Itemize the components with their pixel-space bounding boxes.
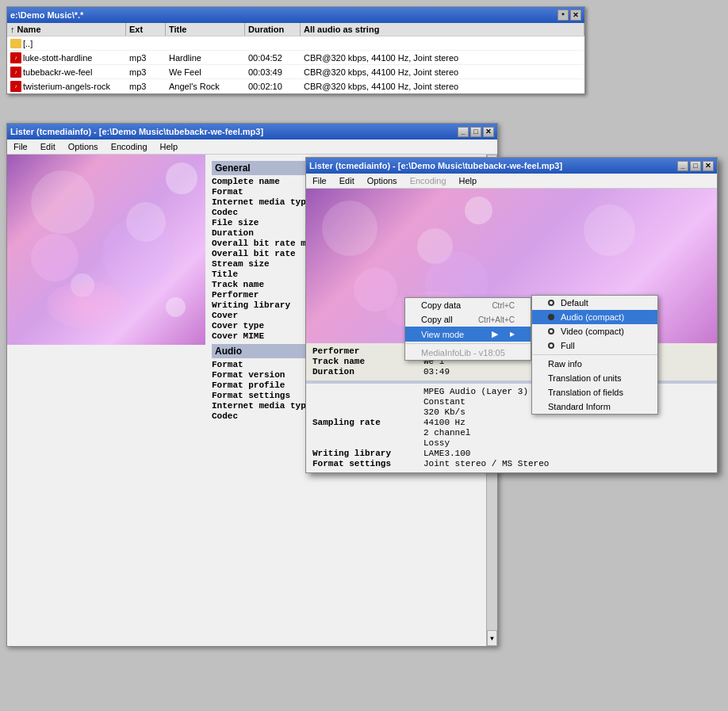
fm-col-duration[interactable]: Duration: [245, 23, 301, 36]
compact-row-sampling: Sampling rate 44100 Hz: [312, 418, 711, 427]
lister-fg-titlebar: Lister (tcmediainfo) - [e:\Demo Music\tu…: [306, 158, 717, 174]
ctx-view-mode-label: View mode: [421, 330, 464, 339]
fm-cell-info: [301, 43, 584, 44]
lister-bg-close[interactable]: ✕: [483, 127, 494, 137]
fm-cell-info: CBR@320 kbps, 44100 Hz, Joint stereo: [301, 81, 584, 92]
fm-title: e:\Demo Music\*.*: [10, 10, 83, 20]
ctx-full-label: Full: [561, 341, 575, 350]
ctx-raw-info[interactable]: Raw info: [532, 357, 657, 371]
file-manager-window: e:\Demo Music\*.* * ✕ ↑ Name Ext Title D…: [6, 6, 585, 94]
menu-help[interactable]: Help: [157, 141, 182, 152]
lister-bg-title: Lister (tcmediainfo) - [e:\Demo Music\tu…: [10, 127, 263, 136]
table-row[interactable]: [..]: [7, 36, 584, 51]
lister-bg-menubar: File Edit Options Encoding Help: [7, 140, 497, 155]
menu-options[interactable]: Options: [65, 141, 102, 152]
ctx-audio-compact[interactable]: Audio (compact): [532, 310, 657, 324]
lister-bg-maximize[interactable]: □: [470, 127, 481, 137]
fg-menu-help[interactable]: Help: [456, 175, 481, 186]
ctx-translation-fields-label: Translation of fields: [548, 388, 623, 397]
ctx-audio-compact-label: Audio (compact): [561, 312, 624, 322]
fm-cell-name: [..]: [7, 38, 126, 49]
table-row[interactable]: ♪ luke-stott-hardline mp3 Hardline 00:04…: [7, 51, 584, 65]
fm-cell-title: [166, 43, 245, 44]
ctx-copy-all-shortcut: Ctrl+Alt+C: [478, 315, 515, 324]
fm-col-ext[interactable]: Ext: [126, 23, 166, 36]
fm-minimize-button[interactable]: *: [557, 10, 569, 21]
fm-col-info[interactable]: All audio as string: [301, 23, 584, 36]
fm-close-button[interactable]: ✕: [570, 10, 581, 21]
table-row[interactable]: ♪ tubebackr-we-feel mp3 We Feel 00:03:49…: [7, 65, 584, 79]
ctx-standard-inform[interactable]: Standard Inform: [532, 399, 657, 414]
fm-col-title[interactable]: Title: [166, 23, 245, 36]
mp3-icon: ♪: [10, 81, 21, 92]
fm-cell-duration: 00:03:49: [245, 67, 301, 78]
ctx-mediainfo-version: MediaInfoLib - v18:05: [405, 346, 531, 360]
menu-encoding[interactable]: Encoding: [108, 141, 151, 152]
compact-value: LAME3.100: [423, 449, 711, 458]
ctx-full[interactable]: Full: [532, 338, 657, 353]
ctx-translation-units-label: Translation of units: [548, 373, 622, 383]
compact-label: Duration: [312, 367, 423, 377]
mp3-icon: ♪: [10, 52, 21, 63]
fm-cell-title: Angel's Rock: [166, 81, 245, 92]
fm-rows: [..] ♪ luke-stott-hardline mp3 Hardline …: [7, 36, 584, 94]
ctx-separator: [405, 343, 531, 344]
fg-menu-options[interactable]: Options: [364, 175, 400, 186]
fm-cell-name: ♪ twisterium-angels-rock: [7, 80, 126, 93]
lister-fg-minimize[interactable]: _: [677, 161, 688, 171]
ctx-video-compact[interactable]: Video (compact): [532, 324, 657, 338]
submenu-view-mode: Default Audio (compact) Video (compact) …: [531, 295, 658, 415]
fm-titlebar: e:\Demo Music\*.* * ✕: [7, 7, 584, 23]
radio-full: [548, 342, 554, 349]
fm-cell-title: Hardline: [166, 52, 245, 63]
context-menu: Copy data Ctrl+C Copy all Ctrl+Alt+C Vie…: [404, 297, 531, 361]
fm-column-headers: ↑ Name Ext Title Duration All audio as s…: [7, 23, 584, 36]
fg-menu-file[interactable]: File: [309, 175, 330, 186]
lister-fg-close[interactable]: ✕: [703, 161, 714, 171]
folder-icon: [10, 39, 21, 48]
compact-value: Lossy: [423, 438, 711, 448]
radio-video-compact: [548, 328, 554, 334]
table-row[interactable]: ♪ twisterium-angels-rock mp3 Angel's Roc…: [7, 79, 584, 94]
fm-cell-ext: [126, 43, 166, 44]
fg-menu-encoding: Encoding: [407, 175, 450, 186]
compact-label: [312, 397, 423, 407]
ctx-translation-fields[interactable]: Translation of fields: [532, 385, 657, 399]
mp3-icon: ♪: [10, 67, 21, 78]
ctx-translation-units[interactable]: Translation of units: [532, 371, 657, 385]
radio-default: [548, 300, 554, 306]
fm-cell-ext: mp3: [126, 67, 166, 78]
compact-label: [312, 428, 423, 438]
compact-row-channel: 2 channel: [312, 428, 711, 438]
menu-file[interactable]: File: [10, 141, 31, 152]
menu-edit[interactable]: Edit: [37, 141, 59, 152]
ctx-default[interactable]: Default: [532, 296, 657, 310]
lister-fg-title: Lister (tcmediainfo) - [e:\Demo Music\tu…: [309, 161, 562, 170]
compact-row-format-settings: Format settings Joint stereo / MS Stereo: [312, 459, 711, 468]
compact-label: Sampling rate: [312, 418, 423, 427]
fm-cell-duration: 00:04:52: [245, 52, 301, 63]
lister-bg-minimize[interactable]: _: [458, 127, 469, 137]
scroll-down-btn[interactable]: ▼: [487, 630, 497, 646]
ctx-default-label: Default: [561, 298, 588, 308]
compact-row-writing-lib: Writing library LAME3.100: [312, 449, 711, 458]
radio-audio-compact: [548, 314, 554, 320]
fm-cell-duration: 00:02:10: [245, 81, 301, 92]
lister-bg-titlebar: Lister (tcmediainfo) - [e:\Demo Music\tu…: [7, 124, 497, 140]
fm-cell-info: CBR@320 kbps, 44100 Hz, Joint stereo: [301, 67, 584, 78]
fm-col-name[interactable]: ↑ Name: [7, 23, 126, 36]
compact-value: 44100 Hz: [423, 418, 711, 427]
fm-cell-ext: mp3: [126, 52, 166, 63]
compact-value: Joint stereo / MS Stereo: [423, 459, 711, 468]
compact-label: [312, 438, 423, 448]
ctx-mediainfo-label: MediaInfoLib - v18:05: [421, 348, 505, 357]
ctx-view-mode[interactable]: View mode ▶: [405, 327, 531, 342]
ctx-copy-data[interactable]: Copy data Ctrl+C: [405, 298, 531, 312]
fg-menu-edit[interactable]: Edit: [336, 175, 358, 186]
ctx-copy-data-label: Copy data: [421, 300, 461, 310]
fm-cell-duration: [245, 43, 301, 44]
compact-row-lossy: Lossy: [312, 438, 711, 448]
ctx-copy-all[interactable]: Copy all Ctrl+Alt+C: [405, 312, 531, 327]
album-art-bg: [7, 155, 205, 345]
lister-fg-maximize[interactable]: □: [690, 161, 701, 171]
